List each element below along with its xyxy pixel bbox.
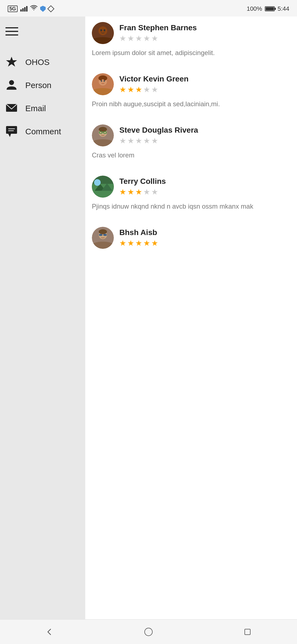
star-rating: ★ ★ ★ ★ ★ [119, 239, 158, 248]
svg-rect-21 [92, 88, 114, 95]
avatar [92, 176, 114, 198]
battery-percent: 100% [247, 5, 262, 12]
person-icon [6, 79, 18, 92]
reviewer-name: Victor Kevin Green [119, 74, 189, 84]
star-5: ★ [151, 239, 158, 248]
reviewer-info: Bhsh Aisb ★ ★ ★ ★ ★ [119, 228, 158, 248]
star-1: ★ [119, 239, 126, 248]
star-1: ★ [119, 187, 126, 197]
sidebar-item-email[interactable]: Email [6, 97, 80, 120]
star-4: ★ [143, 239, 150, 248]
menu-button[interactable] [6, 24, 80, 40]
review-item: Fran Stephen Barnes ★ ★ ★ ★ ★ Lorem ipsu… [92, 22, 290, 64]
avatar [92, 22, 114, 44]
star-rating: ★ ★ ★ ★ ★ [119, 85, 189, 94]
battery-icon [265, 6, 275, 11]
reviewer-info: Victor Kevin Green ★ ★ ★ ★ ★ [119, 74, 189, 94]
avatar [92, 124, 114, 146]
star-rating: ★ ★ ★ ★ ★ [119, 187, 166, 197]
svg-rect-28 [92, 139, 114, 146]
avatar [92, 73, 114, 95]
star-4: ★ [143, 187, 150, 197]
star-2: ★ [127, 239, 134, 248]
svg-point-19 [101, 80, 102, 82]
sidebar-item-ohos[interactable]: OHOS [6, 51, 80, 74]
review-header: Steve Douglas Rivera ★ ★ ★ ★ ★ [92, 124, 290, 146]
svg-rect-14 [92, 37, 114, 44]
review-item: Victor Kevin Green ★ ★ ★ ★ ★ Proin nibh … [92, 73, 290, 116]
star-5: ★ [151, 136, 158, 145]
sidebar-item-comment[interactable]: Comment [6, 120, 80, 143]
star-1: ★ [119, 136, 126, 145]
star-5: ★ [151, 85, 158, 94]
sidebar-label-person: Person [25, 81, 51, 90]
svg-marker-7 [8, 134, 11, 137]
review-text: Proin nibh augue,suscipit a sed,laciniai… [92, 99, 290, 109]
svg-point-20 [104, 80, 105, 82]
svg-point-36 [99, 229, 107, 234]
star-3: ★ [135, 187, 142, 197]
review-text: Lorem ipsum dolor sit amet, adipiscingel… [92, 48, 290, 58]
star-5: ★ [151, 34, 158, 43]
svg-point-24 [99, 127, 107, 132]
star-3: ★ [135, 136, 142, 145]
review-item: Terry Collins ★ ★ ★ ★ ★ Pjinqs idnuw nkq… [92, 176, 290, 218]
star-icon [6, 56, 18, 69]
star-3: ★ [135, 85, 142, 94]
star-rating: ★ ★ ★ ★ ★ [119, 136, 198, 145]
svg-rect-6 [6, 126, 17, 134]
sidebar-label-email: Email [25, 104, 46, 113]
status-bar: 5G 100% 5:44 [0, 0, 297, 17]
review-header: Terry Collins ★ ★ ★ ★ ★ [92, 176, 290, 198]
reviews-content: Fran Stephen Barnes ★ ★ ★ ★ ★ Lorem ipsu… [85, 17, 297, 619]
star-rating: ★ ★ ★ ★ ★ [119, 34, 197, 43]
sidebar-label-comment: Comment [25, 127, 61, 136]
star-2: ★ [127, 187, 134, 197]
star-2: ★ [127, 85, 134, 94]
reviewer-info: Terry Collins ★ ★ ★ ★ ★ [119, 177, 166, 197]
signal-5g: 5G [8, 6, 18, 12]
reviewer-info: Steve Douglas Rivera ★ ★ ★ ★ ★ [119, 125, 198, 146]
svg-rect-37 [99, 234, 102, 236]
diamond-outline-icon [48, 6, 53, 11]
review-text: Pjinqs idnuw nkqnd nknd n avcb iqsn ossm… [92, 201, 290, 211]
star-1: ★ [119, 85, 126, 94]
reviewer-name: Terry Collins [119, 177, 166, 186]
clock: 5:44 [277, 5, 289, 12]
star-1: ★ [119, 34, 126, 43]
svg-rect-38 [103, 234, 107, 236]
comment-icon [6, 125, 18, 138]
status-left: 5G [8, 5, 53, 13]
review-text: Cras vel lorem [92, 150, 290, 160]
star-4: ★ [143, 136, 150, 145]
avatar [92, 227, 114, 249]
star-5: ★ [151, 187, 158, 197]
svg-marker-3 [6, 57, 17, 67]
signal-bars [20, 6, 28, 12]
reviewer-name: Steve Douglas Rivera [119, 125, 198, 135]
sidebar-item-person[interactable]: Person [6, 74, 80, 97]
star-4: ★ [143, 85, 150, 94]
reviewer-name: Bhsh Aisb [119, 228, 158, 237]
svg-rect-40 [92, 242, 114, 249]
shield-icon [40, 6, 46, 12]
status-right: 100% 5:44 [247, 5, 289, 12]
svg-point-12 [100, 29, 102, 31]
sidebar-label-ohos: OHOS [25, 58, 50, 67]
wifi-icon [30, 5, 37, 13]
svg-point-11 [98, 26, 107, 35]
svg-point-4 [9, 80, 14, 85]
review-item: Steve Douglas Rivera ★ ★ ★ ★ ★ Cras vel … [92, 124, 290, 167]
star-2: ★ [127, 34, 134, 43]
app-container: OHOS Person Email [0, 17, 297, 619]
reviewer-name: Fran Stephen Barnes [119, 23, 197, 32]
star-4: ★ [143, 34, 150, 43]
star-3: ★ [135, 239, 142, 248]
svg-point-13 [104, 29, 105, 31]
star-2: ★ [127, 136, 134, 145]
star-3: ★ [135, 34, 142, 43]
reviewer-info: Fran Stephen Barnes ★ ★ ★ ★ ★ [119, 23, 197, 43]
svg-point-33 [94, 179, 101, 186]
sidebar: OHOS Person Email [0, 17, 85, 619]
review-header: Bhsh Aisb ★ ★ ★ ★ ★ [92, 227, 290, 249]
